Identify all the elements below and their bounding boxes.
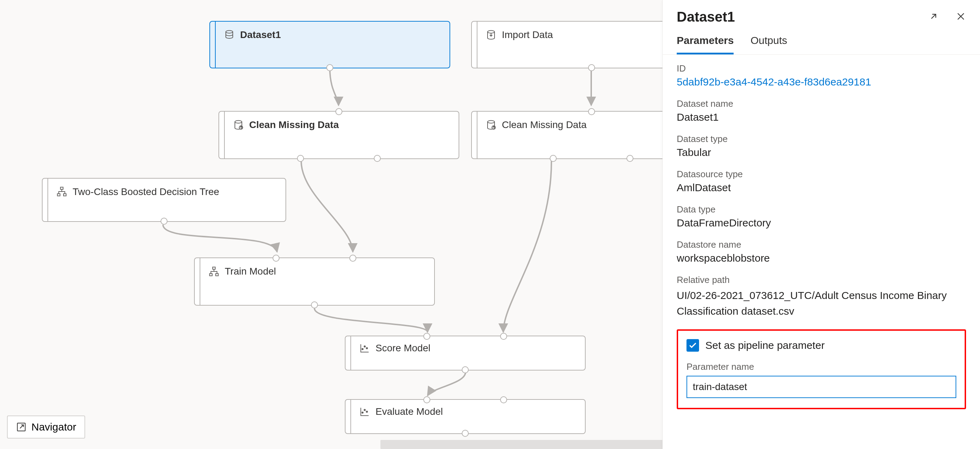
node-drag-handle[interactable]: [219, 112, 225, 159]
node-drag-handle[interactable]: [345, 400, 351, 433]
svg-point-17: [366, 411, 368, 413]
field-value-id[interactable]: 5dabf92b-e3a4-4542-a43e-f83d6ea29181: [677, 76, 966, 88]
field-value-datasource-type: AmlDataset: [677, 182, 966, 194]
node-drag-handle[interactable]: [210, 22, 216, 68]
field-data-type: Data type DataFrameDirectory: [677, 204, 966, 229]
output-port[interactable]: [374, 155, 381, 162]
clean-data-icon: [233, 120, 243, 130]
input-port[interactable]: [500, 396, 507, 403]
input-port[interactable]: [349, 255, 356, 262]
panel-tabs: Parameters Outputs: [663, 25, 980, 55]
svg-rect-7: [57, 194, 60, 196]
output-port[interactable]: [550, 155, 557, 162]
node-evaluate-model[interactable]: Evaluate Model: [345, 399, 585, 434]
output-port[interactable]: [462, 430, 469, 437]
set-as-pipeline-parameter-checkbox[interactable]: [686, 339, 699, 352]
navigator-icon: [16, 422, 27, 432]
field-label-datastore-name: Datastore name: [677, 239, 966, 250]
node-train-model[interactable]: Train Model: [194, 257, 435, 306]
node-label: Two-Class Boosted Decision Tree: [73, 186, 219, 197]
field-label-dataset-name: Dataset name: [677, 98, 966, 109]
svg-rect-11: [216, 273, 218, 276]
panel-title: Dataset1: [677, 9, 735, 25]
node-drag-handle[interactable]: [472, 112, 477, 159]
node-score-model[interactable]: Score Model: [345, 336, 585, 371]
tab-outputs[interactable]: Outputs: [750, 35, 787, 54]
tab-parameters[interactable]: Parameters: [677, 35, 733, 54]
svg-point-16: [364, 409, 365, 411]
field-relative-path: Relative path UI/02-26-2021_073612_UTC/A…: [677, 274, 966, 319]
svg-rect-10: [210, 273, 213, 276]
svg-point-1: [488, 31, 495, 33]
set-as-pipeline-parameter-row: Set as pipeline parameter: [686, 339, 956, 352]
svg-point-12: [362, 349, 363, 350]
field-datasource-type: Datasource type AmlDataset: [677, 169, 966, 194]
clean-data-icon: [486, 120, 496, 130]
input-port[interactable]: [423, 333, 430, 340]
output-port[interactable]: [627, 155, 633, 162]
panel-header: Dataset1: [663, 0, 980, 25]
node-label: Clean Missing Data: [502, 119, 587, 130]
field-label-dataset-type: Dataset type: [677, 133, 966, 144]
node-drag-handle[interactable]: [472, 22, 477, 68]
parameter-name-label: Parameter name: [686, 362, 956, 372]
field-value-dataset-type: Tabular: [677, 146, 966, 159]
output-port[interactable]: [311, 301, 318, 308]
field-label-relative-path: Relative path: [677, 274, 966, 286]
pipeline-parameter-section: Set as pipeline parameter Parameter name: [677, 329, 966, 409]
field-value-relative-path: UI/02-26-2021_073612_UTC/Adult Census In…: [677, 287, 966, 319]
navigator-button[interactable]: Navigator: [7, 416, 85, 438]
node-two-class-boosted-tree[interactable]: Two-Class Boosted Decision Tree: [42, 178, 286, 222]
field-label-data-type: Data type: [677, 204, 966, 215]
field-label-id: ID: [677, 63, 966, 74]
field-value-datastore-name: workspaceblobstore: [677, 252, 966, 264]
database-icon: [224, 30, 234, 40]
close-icon[interactable]: [956, 11, 966, 23]
field-dataset-name: Dataset name Dataset1: [677, 98, 966, 123]
input-port[interactable]: [336, 108, 342, 115]
svg-point-14: [366, 347, 368, 349]
input-port[interactable]: [500, 333, 507, 340]
input-port[interactable]: [588, 108, 595, 115]
parameter-name-input[interactable]: [686, 376, 956, 398]
output-port[interactable]: [462, 366, 469, 373]
output-port[interactable]: [161, 218, 167, 225]
output-port[interactable]: [326, 64, 333, 71]
evaluate-icon: [360, 406, 370, 417]
svg-rect-8: [64, 194, 66, 196]
node-label: Import Data: [502, 29, 553, 40]
field-dataset-type: Dataset type Tabular: [677, 133, 966, 159]
properties-panel: Dataset1 Parameters Outputs ID 5dabf92b-…: [662, 0, 980, 449]
field-label-datasource-type: Datasource type: [677, 169, 966, 180]
field-value-dataset-name: Dataset1: [677, 111, 966, 123]
node-label: Score Model: [375, 343, 430, 354]
node-label: Clean Missing Data: [249, 119, 339, 130]
svg-point-0: [226, 31, 233, 33]
tree-icon: [57, 186, 67, 197]
panel-body: ID 5dabf92b-e3a4-4542-a43e-f83d6ea29181 …: [663, 55, 980, 449]
svg-point-4: [488, 121, 495, 124]
node-label: Train Model: [225, 266, 276, 277]
navigator-label: Navigator: [32, 421, 76, 433]
output-port[interactable]: [588, 64, 595, 71]
import-icon: [486, 30, 496, 40]
svg-rect-6: [60, 187, 63, 189]
node-label: Evaluate Model: [375, 406, 443, 417]
node-drag-handle[interactable]: [345, 336, 351, 370]
svg-point-13: [364, 346, 365, 347]
node-clean-missing-data-1[interactable]: Clean Missing Data: [218, 111, 459, 159]
app-root: Dataset1 Import Data Clean Missing Dat: [0, 0, 980, 449]
svg-point-2: [235, 121, 242, 124]
expand-icon[interactable]: [928, 11, 939, 23]
node-drag-handle[interactable]: [195, 258, 200, 305]
node-dataset1[interactable]: Dataset1: [209, 21, 450, 68]
field-id: ID 5dabf92b-e3a4-4542-a43e-f83d6ea29181: [677, 63, 966, 88]
input-port[interactable]: [423, 396, 430, 403]
node-drag-handle[interactable]: [43, 179, 48, 221]
output-port[interactable]: [297, 155, 304, 162]
train-icon: [209, 266, 219, 277]
input-port[interactable]: [272, 255, 280, 262]
field-value-data-type: DataFrameDirectory: [677, 217, 966, 229]
svg-point-15: [362, 412, 363, 413]
svg-rect-9: [213, 267, 215, 269]
